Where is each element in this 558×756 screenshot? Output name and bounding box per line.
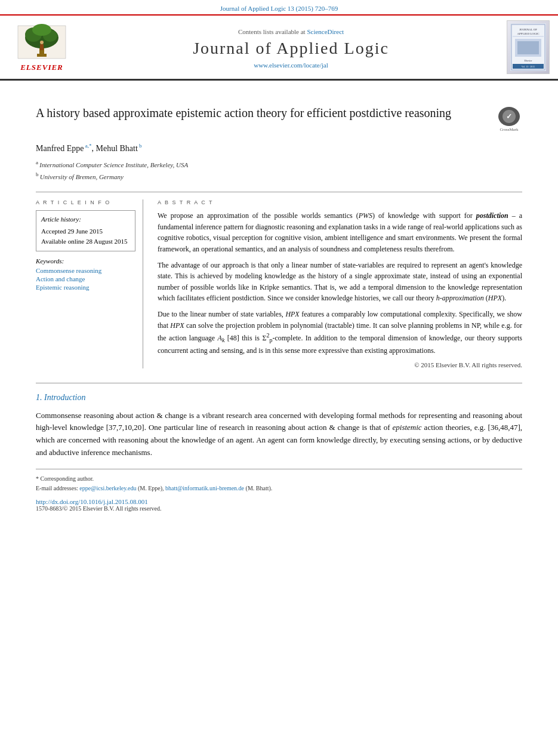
svg-text:JOURNAL OF: JOURNAL OF (519, 28, 537, 31)
intro-paragraph-1: Commonsense reasoning about action & cha… (36, 410, 522, 459)
affil-letter-b: b (36, 171, 40, 177)
affil-b-text: University of Bremen, Germany (40, 173, 124, 180)
keywords-label: Keywords: (36, 257, 135, 265)
affil-sup-b: b (138, 143, 142, 149)
affiliations: a International Computer Science Institu… (36, 158, 522, 183)
hpx-ref-2: HPX (170, 321, 184, 330)
journal-bar: Journal of Applied Logic 13 (2015) 720–7… (0, 0, 558, 16)
footer-notes: * Corresponding author. E-mail addresses… (36, 474, 522, 493)
journal-citation: Journal of Applied Logic 13 (2015) 720–7… (220, 5, 338, 12)
footnote-star: * Corresponding author. (36, 474, 522, 484)
abstract-paragraph-1: We propose an approximation of the possi… (158, 210, 522, 254)
email2-author: (M. Bhatt). (246, 485, 273, 491)
affil-a-text: International Computer Science Institute… (39, 161, 188, 168)
pws-abbrev: PWS (359, 211, 372, 220)
elsevier-tree-icon (12, 23, 72, 62)
svg-text:APPLIED LOGIC: APPLIED LOGIC (517, 32, 539, 35)
crossmark-badge: ✓ CrossMark (496, 107, 522, 133)
paper-title-row: A history based approximate epistemic ac… (36, 105, 522, 133)
author-separator: , Mehul Bhatt (91, 144, 137, 153)
keyword-2: Action and change (36, 275, 135, 282)
banner-center: Contents lists available at ScienceDirec… (84, 21, 498, 73)
affil-sup-a: a,* (84, 143, 91, 149)
crossmark-inner: ✓ (502, 110, 516, 123)
authors-line: Manfred Eppe a,*, Mehul Bhatt b (36, 143, 522, 153)
svg-text:Elsevier: Elsevier (524, 59, 532, 62)
abstract-paragraph-2: The advantage of our approach is that on… (158, 260, 522, 304)
two-column-layout: A R T I C L E I N F O Article history: A… (36, 192, 522, 368)
email-label: E-mail addresses: (36, 485, 78, 491)
history-accepted: Accepted 29 June 2015 (41, 226, 130, 237)
main-content: A history based approximate epistemic ac… (0, 81, 558, 524)
email1-link[interactable]: eppe@icsi.berkeley.edu (79, 485, 136, 491)
h-approx-term: h-approximation (436, 294, 484, 302)
hpx-ref-1: HPX (285, 310, 299, 318)
author-manfred: Manfred Eppe (36, 144, 84, 153)
affil-b: b University of Bremen, Germany (36, 170, 522, 182)
abstract-heading: A B S T R A C T (158, 199, 522, 205)
hpx-abbrev: HPX (488, 294, 502, 302)
svg-text:Vol. 13 · 2015: Vol. 13 · 2015 (522, 65, 535, 68)
abstract-paragraph-3: Due to the linear number of state variab… (158, 309, 522, 357)
paper-title-text: A history based approximate epistemic ac… (36, 105, 496, 121)
journal-cover-image: JOURNAL OF APPLIED LOGIC Elsevier Vol. 1… (507, 20, 550, 74)
svg-rect-15 (517, 41, 539, 54)
history-available: Available online 28 August 2015 (41, 236, 130, 247)
cover-svg: JOURNAL OF APPLIED LOGIC Elsevier Vol. 1… (510, 23, 546, 71)
issn-text: 1570-8683/© 2015 Elsevier B.V. All right… (36, 505, 161, 512)
history-label: Article history: (41, 214, 130, 225)
action-lang: Ak (218, 334, 225, 342)
footer-links: http://dx.doi.org/10.1016/j.jal.2015.08.… (36, 498, 522, 512)
affil-a: a International Computer Science Institu… (36, 158, 522, 170)
science-direct-link[interactable]: ScienceDirect (307, 28, 344, 35)
email2-link[interactable]: bhatt@informatik.uni-bremen.de (165, 485, 244, 491)
postdiction-term: postdiction (476, 211, 508, 220)
email1-author: (M. Eppe), (138, 485, 164, 491)
copyright-notice: © 2015 Elsevier B.V. All rights reserved… (158, 361, 522, 368)
article-info-column: A R T I C L E I N F O Article history: A… (36, 199, 143, 368)
article-history-box: Article history: Accepted 29 June 2015 A… (36, 210, 135, 251)
crossmark-label: CrossMark (500, 127, 518, 133)
elsevier-logo-left: ELSEVIER (0, 17, 84, 78)
introduction-section: 1. Introduction Commonsense reasoning ab… (36, 383, 522, 459)
banner-journal-title: Journal of Applied Logic (84, 39, 498, 58)
introduction-body: Commonsense reasoning about action & cha… (36, 410, 522, 459)
email1: eppe@icsi.berkeley.edu (M. Eppe), (79, 485, 165, 491)
svg-rect-8 (40, 44, 44, 50)
journal-banner: ELSEVIER Contents lists available at Sci… (0, 16, 558, 81)
svg-point-7 (40, 41, 44, 44)
introduction-heading: 1. Introduction (36, 393, 522, 402)
epistemic-term: epistemic (393, 423, 422, 432)
email-line: E-mail addresses: eppe@icsi.berkeley.edu… (36, 484, 522, 493)
svg-point-6 (32, 24, 51, 36)
article-info-heading: A R T I C L E I N F O (36, 199, 135, 205)
abstract-column: A B S T R A C T We propose an approximat… (158, 199, 522, 368)
doi-link[interactable]: http://dx.doi.org/10.1016/j.jal.2015.08.… (36, 498, 522, 505)
elsevier-brand-label: ELSEVIER (20, 63, 63, 72)
science-direct-line: Contents lists available at ScienceDirec… (84, 28, 498, 35)
contents-text: Contents lists available at (238, 28, 306, 35)
keyword-1: Commonsense reasoning (36, 267, 135, 274)
email2: bhatt@informatik.uni-bremen.de (M. Bhatt… (165, 485, 272, 491)
banner-url: www.elsevier.com/locate/jal (84, 62, 498, 69)
journal-cover: JOURNAL OF APPLIED LOGIC Elsevier Vol. 1… (498, 16, 558, 79)
keyword-3: Epistemic reasoning (36, 284, 135, 291)
crossmark-circle: ✓ (498, 107, 520, 126)
footer-divider (36, 469, 522, 469)
abstract-text: We propose an approximation of the possi… (158, 210, 522, 356)
